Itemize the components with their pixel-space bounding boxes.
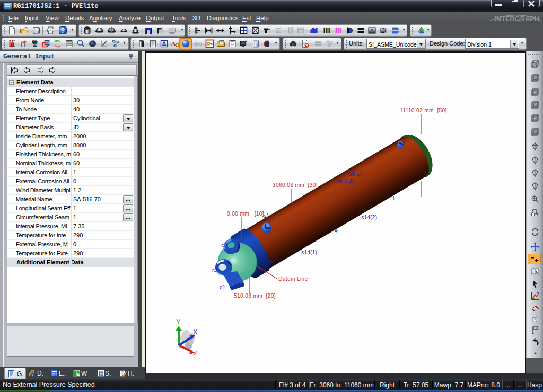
svg-text:s8,s9: s8,s9 xyxy=(349,171,362,177)
svg-text:s4: s4 xyxy=(398,140,404,147)
svg-text:11110.02 mm [50]: 11110.02 mm [50] xyxy=(400,108,447,113)
svg-text:Y: Y xyxy=(176,318,181,326)
svg-text:Datum Line: Datum Line xyxy=(278,276,308,282)
svg-text:3060.03 mm [30]: 3060.03 mm [30] xyxy=(273,182,318,188)
svg-text:510.03 mm [20]: 510.03 mm [20] xyxy=(234,293,276,299)
svg-text:s14(1): s14(1) xyxy=(301,249,317,255)
svg-text:s7: s7 xyxy=(270,257,276,264)
svg-text:c2: c2 xyxy=(221,242,227,248)
svg-text:Z: Z xyxy=(194,349,198,357)
svg-text:c1: c1 xyxy=(220,284,225,290)
svg-text:0.00 mm [10]: 0.00 mm [10] xyxy=(227,211,264,217)
svg-text:n6,s10: n6,s10 xyxy=(337,177,354,184)
svg-text:1: 1 xyxy=(392,195,395,201)
svg-text:s14(2): s14(2) xyxy=(361,214,377,220)
svg-text:s1: s1 xyxy=(264,212,269,219)
svg-text:X: X xyxy=(193,328,198,336)
svg-text:c3: c3 xyxy=(212,267,218,273)
